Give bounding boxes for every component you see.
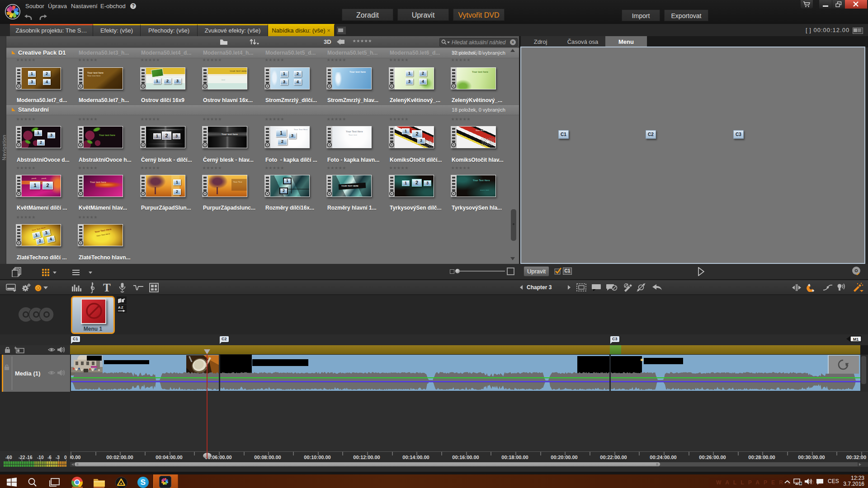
svg-text:M1: M1 <box>853 337 859 342</box>
